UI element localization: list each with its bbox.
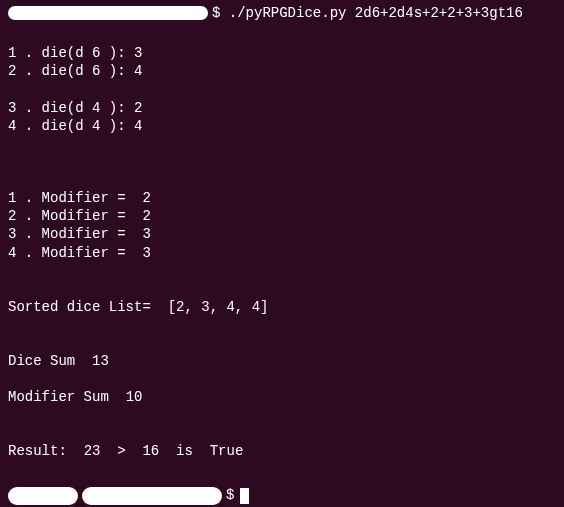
sorted-list-line: Sorted dice List= [2, 3, 4, 4]	[8, 298, 556, 316]
die-roll-line: 3 . die(d 4 ): 2	[8, 99, 556, 117]
modifier-line: 2 . Modifier = 2	[8, 207, 556, 225]
dice-sum-line: Dice Sum 13	[8, 352, 556, 370]
modifier-line: 1 . Modifier = 2	[8, 189, 556, 207]
command-prompt-line-bottom[interactable]: $	[8, 486, 556, 504]
result-line: Result: 23 > 16 is True	[8, 442, 556, 460]
redacted-user-host	[8, 6, 208, 20]
cursor-block[interactable]	[240, 488, 249, 504]
redacted-user	[8, 487, 78, 505]
redacted-host	[82, 487, 222, 505]
prompt-symbol: $	[212, 4, 220, 22]
modifier-line: 4 . Modifier = 3	[8, 244, 556, 262]
command-text: ./pyRPGDice.py 2d6+2d4s+2+2+3+3gt16	[229, 4, 523, 22]
modifier-line: 3 . Modifier = 3	[8, 225, 556, 243]
die-roll-line: 2 . die(d 6 ): 4	[8, 62, 556, 80]
die-roll-line: 1 . die(d 6 ): 3	[8, 44, 556, 62]
prompt-symbol: $	[226, 486, 234, 504]
die-roll-line: 4 . die(d 4 ): 4	[8, 117, 556, 135]
command-prompt-line: $ ./pyRPGDice.py 2d6+2d4s+2+2+3+3gt16	[8, 4, 556, 22]
modifier-sum-line: Modifier Sum 10	[8, 388, 556, 406]
